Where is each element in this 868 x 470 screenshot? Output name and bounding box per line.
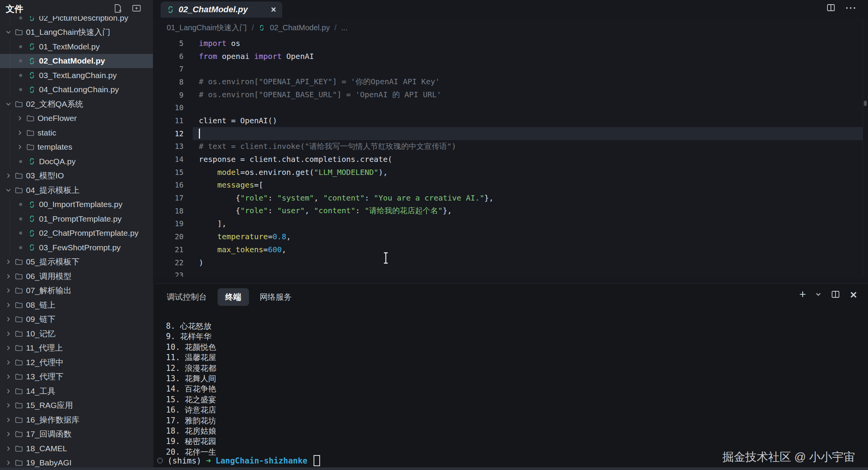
line-number[interactable]: 18	[153, 207, 184, 215]
line-number[interactable]: 16	[153, 181, 184, 189]
tree-item-folder[interactable]: 14_工具	[0, 384, 153, 398]
new-folder-icon[interactable]	[132, 3, 141, 14]
tree-item-folder[interactable]: 11_代理上	[0, 341, 153, 356]
tree-item-folder[interactable]: 12_代理中	[0, 355, 153, 370]
breadcrumb-folder[interactable]: 01_LangChain快速入门	[167, 23, 247, 33]
python-icon	[258, 24, 265, 31]
code-line[interactable]: 20 temperature=0.8,	[153, 230, 868, 243]
split-panel-icon[interactable]	[831, 290, 840, 300]
line-number[interactable]: 7	[153, 65, 184, 73]
code-line[interactable]: 14response = client.chat.completions.cre…	[153, 153, 868, 166]
tree-item-folder[interactable]: 09_链下	[0, 312, 153, 327]
code-line[interactable]: 8# os.environ["OPENAI_API_KEY"] = '你的Ope…	[153, 75, 868, 88]
scrollbar-thumb[interactable]	[864, 101, 867, 106]
code-line[interactable]: 6from openai import OpenAI	[153, 50, 868, 63]
line-number[interactable]: 12	[153, 129, 184, 138]
line-number[interactable]: 8	[153, 78, 184, 86]
code-text: # os.environ["OPENAI_API_KEY"] = '你的Open…	[184, 77, 440, 87]
terminal-cursor	[314, 455, 320, 466]
tree-item-folder[interactable]: 06_调用模型	[0, 269, 153, 284]
line-number[interactable]: 23	[153, 271, 184, 277]
terminal-output[interactable]: 8. 心花怒放9. 花样年华10. 花颜悦色11. 温馨花屋12. 浪漫花都13…	[166, 321, 216, 457]
terminal-prompt[interactable]: (shims) ➜ LangChain-shizhanke	[157, 455, 320, 466]
panel-tabs: 调试控制台终端网络服务	[166, 288, 293, 306]
new-file-icon[interactable]	[113, 3, 122, 15]
close-panel-icon[interactable]: ✕	[850, 290, 857, 300]
tree-item-file[interactable]: 03_TextLangChain.py	[0, 68, 153, 83]
panel-tab[interactable]: 网络服务	[259, 288, 293, 306]
line-number[interactable]: 15	[153, 168, 184, 176]
tree-item-folder[interactable]: 03_模型IO	[0, 169, 153, 183]
line-number[interactable]: 13	[153, 142, 184, 150]
code-line[interactable]: 21 max_tokens=600,	[153, 243, 868, 256]
code-line[interactable]: 7	[153, 62, 868, 75]
tree-item-folder[interactable]: 05_提示模板下	[0, 255, 153, 269]
code-line[interactable]: 15 model=os.environ.get("LLM_MODELEND"),	[153, 166, 868, 179]
tree-item-folder[interactable]: 07_解析输出	[0, 284, 153, 298]
code-line[interactable]: 19 ],	[153, 217, 868, 230]
line-number[interactable]: 10	[153, 103, 184, 112]
tree-item-folder[interactable]: 18_CAMEL	[0, 441, 153, 456]
code-line[interactable]: 5import os	[153, 37, 868, 50]
line-number[interactable]: 14	[153, 155, 184, 163]
tree-item-folder[interactable]: templates	[0, 140, 153, 155]
more-actions-icon[interactable]: ⋯	[845, 1, 857, 14]
tree-item-folder[interactable]: 08_链上	[0, 298, 153, 312]
code-line[interactable]: 18 {"role": "user", "content": "请给我的花店起个…	[153, 204, 868, 217]
tree-item-file[interactable]: 02_ChatPromptTemplate.py	[0, 226, 153, 241]
tree-item-label: 18_CAMEL	[26, 444, 67, 453]
split-editor-icon[interactable]	[826, 3, 836, 14]
line-number[interactable]: 22	[153, 258, 184, 267]
line-number[interactable]: 9	[153, 91, 184, 99]
code-line[interactable]: 10	[153, 101, 868, 114]
code-line[interactable]: 17 {"role": "system", "content": "You ar…	[153, 191, 868, 204]
panel-tab[interactable]: 终端	[218, 288, 249, 306]
code-line[interactable]: 16 messages=[	[153, 179, 868, 192]
code-line[interactable]: 23	[153, 269, 868, 277]
breadcrumb[interactable]: 01_LangChain快速入门 / 02_ChatModel.py / ...	[167, 23, 348, 33]
code-line[interactable]: 22)	[153, 256, 868, 269]
tree-item-label: 06_调用模型	[26, 271, 72, 282]
line-number[interactable]: 19	[153, 219, 184, 228]
line-number[interactable]: 21	[153, 245, 184, 254]
tree-item-folder[interactable]: 04_提示模板上	[0, 183, 153, 197]
tree-item-file[interactable]: DocQA.py	[0, 154, 153, 169]
tree-item-folder[interactable]: 02_文档QA系统	[0, 97, 153, 111]
code-line[interactable]: 13# text = client.invoke("请给我写一句情人节红玫瑰的中…	[153, 140, 868, 153]
new-terminal-icon[interactable]: +	[799, 289, 806, 300]
line-number[interactable]: 11	[153, 116, 184, 125]
tree-item-file[interactable]: 01_PromptTemplate.py	[0, 212, 153, 226]
tree-item-folder[interactable]: 10_记忆	[0, 326, 153, 341]
tree-item-file[interactable]: 02_ChatModel.py	[0, 54, 153, 69]
tree-item-folder[interactable]: 01_LangChain快速入门	[0, 25, 153, 40]
line-number[interactable]: 5	[153, 39, 184, 47]
tree-item-folder[interactable]: static	[0, 126, 153, 140]
python-icon	[167, 6, 174, 13]
code-text: import os	[184, 39, 240, 48]
line-number[interactable]: 17	[153, 194, 184, 202]
tree-item-folder[interactable]: 17_回调函数	[0, 427, 153, 442]
line-number[interactable]: 6	[153, 52, 184, 60]
tree-item-file[interactable]: 03_FewShotPrompt.py	[0, 240, 153, 255]
tree-item-folder[interactable]: 15_RAG应用	[0, 398, 153, 413]
panel-tab[interactable]: 调试控制台	[166, 288, 208, 306]
folder-icon	[15, 186, 23, 194]
tab-close-icon[interactable]: ×	[271, 5, 276, 14]
tree-item-folder[interactable]: 13_代理下	[0, 370, 153, 384]
tree-item-file[interactable]: 01_TextModel.py	[0, 39, 153, 54]
code-area[interactable]: 5import os6from openai import OpenAI78# …	[153, 37, 868, 277]
editor-tab-02-chatmodel[interactable]: 02_ChatModel.py ×	[161, 2, 282, 18]
tree-item-folder[interactable]: 16_操作数据库	[0, 413, 153, 427]
tree-item-folder[interactable]: OneFlower	[0, 111, 153, 126]
chevron-down-icon[interactable]	[815, 291, 821, 299]
code-line[interactable]: 11client = OpenAI()	[153, 114, 868, 127]
tree-item-file[interactable]: 00_ImportTemplates.py	[0, 197, 153, 212]
breadcrumb-more[interactable]: ...	[341, 23, 348, 32]
tree-item-folder[interactable]: 19_BabyAGI	[0, 456, 153, 468]
breadcrumb-file[interactable]: 02_ChatModel.py	[270, 23, 330, 32]
chevron-right-icon	[17, 114, 23, 122]
line-number[interactable]: 20	[153, 232, 184, 241]
tree-item-file[interactable]: 04_ChatLongChain.py	[0, 83, 153, 97]
code-line[interactable]: 12	[153, 127, 868, 140]
code-line[interactable]: 9# os.environ["OPENAI_BASE_URL"] = 'Open…	[153, 88, 868, 101]
